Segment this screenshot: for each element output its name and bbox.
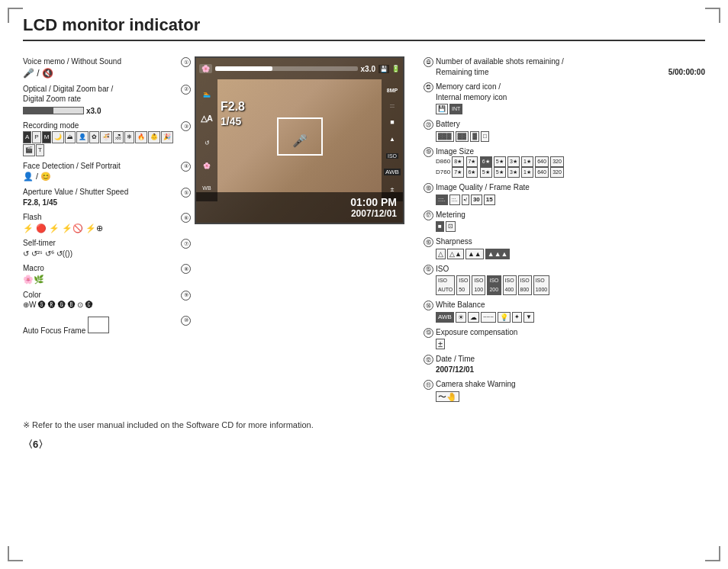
d760-1m: 1★: [521, 167, 533, 178]
d760-7m: 7★: [452, 167, 464, 178]
rec-icon-fire: 🔥: [135, 131, 147, 143]
cam-left-icon-2: △A: [201, 114, 213, 124]
cam-zoom-fill: [215, 66, 272, 71]
callout-num-22: ㉒: [424, 57, 433, 67]
framerate-30: 30: [471, 194, 482, 205]
footer-note: ※ Refer to the user manual included on t…: [23, 420, 705, 430]
cam-right-icon-iso: ISO: [386, 153, 398, 159]
cam-left-icon-5: WB: [202, 185, 211, 191]
label-date-time: ⑫ Date / Time 2007/12/01: [424, 354, 705, 375]
label-metering: ⑰ Metering ■ ⊡: [424, 210, 705, 233]
callout-num-11: ⑪: [424, 380, 433, 390]
d760-5ma: 5★: [480, 167, 492, 178]
datetime-value: 2007/12/01: [436, 365, 705, 375]
cam-zoom-label: x3.0: [361, 65, 375, 73]
label-color: Color ⊕W 🅢 🅡 🅖 🅑 ⊙ 🅒 ⑨: [23, 290, 191, 310]
camera-display-area: 🌸 x3.0 💾 🔋 🏊 △A ↺ 🌸 WB F2.8 1/4: [195, 56, 416, 224]
callout-num-15: ⑮: [424, 265, 433, 275]
iso-50: ISO50: [456, 275, 470, 295]
label-white-balance: ⑭ White Balance AWB ☀ ☁ ~~~ 💡 ✦ ▼: [424, 300, 705, 323]
callout-num-12: ⑫: [424, 355, 433, 365]
memory-icons-row: 💾 INT: [436, 104, 705, 114]
label-macro: Macro 🌸🌿 ⑧: [23, 263, 191, 284]
iso-auto: ISOAUTO: [436, 275, 455, 295]
sharp-hard: ▲▲▲: [485, 249, 511, 259]
iso-100: ISO100: [472, 275, 485, 295]
label-af-frame: Auto Focus Frame ⑩: [23, 315, 191, 336]
macro-text: Macro: [23, 264, 44, 272]
metering-multi: ■: [436, 221, 444, 232]
page-title: LCD monitor indicator: [23, 15, 705, 41]
zoom-bar-text: Optical / Digital Zoom bar /Digital Zoom…: [23, 85, 113, 104]
wb-auto: AWB: [436, 312, 454, 323]
callout-num-8: ⑧: [181, 264, 191, 274]
sharp-vivid: ▲▲: [465, 249, 484, 259]
metering-spot: ⊡: [446, 221, 456, 232]
cam-right-icon-awb: AWB: [384, 169, 401, 175]
d860-5m: 5★: [494, 156, 506, 167]
quality-n: •/: [462, 194, 469, 205]
callout-num-2: ②: [181, 85, 191, 95]
d760-5mb: 5★: [494, 167, 506, 178]
cam-aperture-display: F2.8: [221, 100, 245, 114]
label-face-detection: Face Detection / Self Portrait 👤 / 😊 ④: [23, 161, 191, 182]
exposure-icon: ±: [436, 339, 445, 349]
wb-icons-row: AWB ☀ ☁ ~~~ 💡 ✦ ▼: [436, 312, 705, 323]
rec-icon-t: 🍜: [100, 131, 112, 143]
zoom-bar-graphic: [23, 107, 84, 114]
rec-icon-f: ✿: [89, 131, 99, 143]
cam-mem-icon: 💾: [378, 65, 389, 73]
cam-right-icon-sharp: ▲: [389, 136, 395, 143]
metering-icons-row: ■ ⊡: [436, 221, 705, 232]
corner-mark-tl: [8, 8, 23, 23]
voice-memo-icon: 🎤 / 🔇: [23, 68, 53, 79]
battery-low: ▓: [470, 131, 479, 142]
datetime-text: Date / Time: [436, 355, 475, 363]
label-aperture: Aperture Value / Shutter Speed F2.8, 1/4…: [23, 187, 191, 207]
cam-zoom-bar-display: [215, 66, 358, 71]
cam-batt-icon: 🔋: [391, 65, 400, 72]
image-size-d760: D760 7★ 6★ 5★ 5★ 3★ 1★ 640 320: [436, 167, 705, 178]
callout-num-5: ⑤: [181, 188, 191, 198]
callout-num-3: ③: [181, 121, 191, 131]
image-size-text: Image Size: [436, 147, 474, 156]
recording-mode-text: Recording mode: [23, 121, 79, 130]
label-flash: Flash ⚡ 🔴 ⚡ ⚡🚫 ⚡⊕ ⑥: [23, 212, 191, 233]
cam-shutter-display: 1/45: [221, 115, 241, 127]
battery-icons-row: ▓▓▓ ▓▓ ▓ □: [436, 131, 705, 142]
rec-icon-d: ⛰: [65, 131, 76, 143]
cam-right-icon-meter: ■: [390, 118, 394, 126]
cam-left-icons: 🏊 △A ↺ 🌸 WB: [196, 79, 217, 201]
label-exposure: ⑬ Exposure compensation ±: [424, 327, 705, 350]
label-memory-card: ㉑ Memory card icon /Internal memory icon…: [424, 82, 705, 114]
page-number: 〈6〉: [23, 438, 705, 452]
cam-focus-frame: [277, 117, 323, 156]
callout-num-13: ⑬: [424, 328, 433, 338]
callout-num-20: ⑳: [424, 120, 433, 130]
callout-num-19: ⑲: [424, 147, 433, 157]
rec-icon-child: 👶: [148, 131, 160, 143]
corner-mark-br: [705, 546, 720, 561]
callout-num-1: ①: [181, 57, 191, 67]
d760-6m: 6★: [466, 167, 478, 178]
callout-num-17: ⑰: [424, 211, 433, 220]
battery-empty: □: [481, 131, 489, 142]
shots-title: Number of available shots remaining /Rem…: [436, 57, 564, 76]
cam-right-icons: 8MP ::: ■ ▲ ISO AWB ±: [382, 79, 403, 201]
d860-1m: 1★: [521, 156, 533, 167]
d860-320: 320: [550, 156, 564, 167]
zoom-bar-fill: [24, 108, 53, 114]
label-image-quality: ⑱ Image Quality / Frame Rate ::::. :::. …: [424, 182, 705, 205]
corner-mark-bl: [8, 546, 23, 561]
af-frame-text: Auto Focus Frame: [23, 326, 85, 335]
label-camera-shake: ⑪ Camera shake Warning 〜🤚: [424, 379, 705, 402]
iso-1000: ISO1000: [533, 275, 550, 295]
wb-sunny: ☀: [456, 312, 466, 323]
wb-custom: ✦: [512, 312, 522, 323]
sharp-soft: △: [436, 249, 446, 259]
shake-icon: 〜🤚: [436, 391, 459, 402]
d860-3m: 3★: [507, 156, 520, 167]
callout-num-4: ④: [181, 162, 191, 172]
corner-mark-tr: [705, 8, 720, 23]
d760-640: 640: [535, 167, 549, 178]
